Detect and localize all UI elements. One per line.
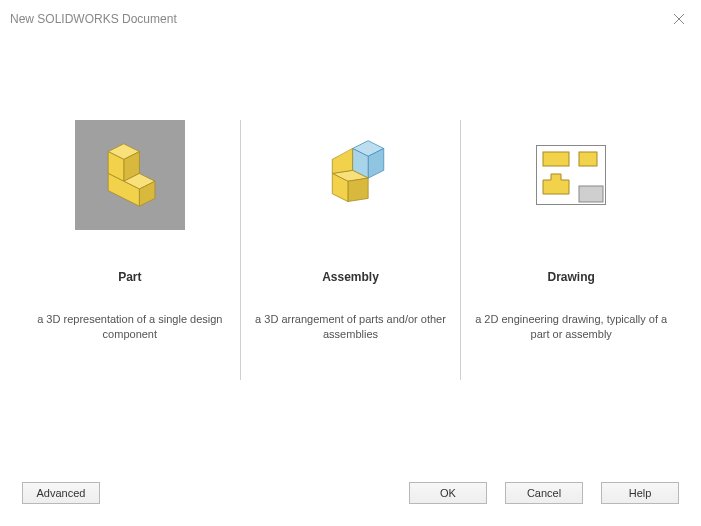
button-bar: Advanced OK Cancel Help — [0, 482, 701, 504]
close-icon[interactable] — [667, 7, 691, 31]
option-assembly[interactable]: Assembly a 3D arrangement of parts and/o… — [241, 120, 461, 343]
svg-marker-18 — [543, 174, 569, 194]
part-description: a 3D representation of a single design c… — [28, 312, 232, 343]
window-title: New SOLIDWORKS Document — [10, 12, 177, 26]
assembly-description: a 3D arrangement of parts and/or other a… — [249, 312, 453, 343]
drawing-icon — [516, 120, 626, 230]
cancel-button[interactable]: Cancel — [505, 482, 583, 504]
drawing-description: a 2D engineering drawing, typically of a… — [469, 312, 673, 343]
svg-marker-12 — [347, 178, 367, 201]
part-icon — [75, 120, 185, 230]
option-drawing[interactable]: Drawing a 2D engineering drawing, typica… — [461, 120, 681, 343]
help-button[interactable]: Help — [601, 482, 679, 504]
svg-rect-16 — [543, 152, 569, 166]
option-part[interactable]: Part a 3D representation of a single des… — [20, 120, 240, 343]
drawing-title: Drawing — [548, 270, 595, 284]
ok-button[interactable]: OK — [409, 482, 487, 504]
template-options: Part a 3D representation of a single des… — [0, 30, 701, 380]
svg-marker-14 — [332, 148, 352, 173]
assembly-icon — [296, 120, 406, 230]
titlebar: New SOLIDWORKS Document — [0, 0, 701, 30]
svg-rect-17 — [579, 152, 597, 166]
svg-rect-19 — [579, 186, 603, 202]
assembly-title: Assembly — [322, 270, 379, 284]
part-title: Part — [118, 270, 141, 284]
advanced-button[interactable]: Advanced — [22, 482, 100, 504]
